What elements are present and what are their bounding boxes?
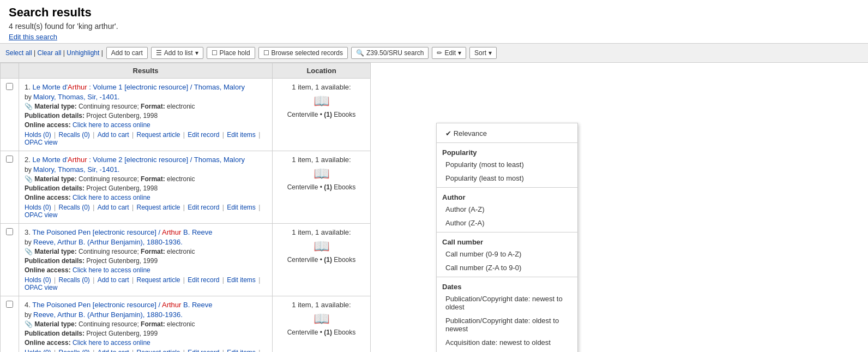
edit-items-link[interactable]: Edit items [227,204,256,211]
opac-view-link[interactable]: OPAC view [25,211,57,219]
author-link[interactable]: Reeve, Arthur B. (Arthur Benjamin), 1880… [33,311,183,319]
recalls-link[interactable]: Recalls (0) [58,276,89,284]
sort-callnum-header: Call number [437,235,577,247]
online-access-link[interactable]: Click here to access online [73,121,150,129]
place-hold-button[interactable]: ☐ Place hold [207,47,255,59]
add-to-cart-link[interactable]: Add to cart [98,131,129,139]
record-location-cell: 1 item, 1 available:📖Centerville • (1) E… [273,224,371,296]
z3950-button[interactable]: 🔍 Z39.50/SRU search [351,47,429,59]
table-row: 3. The Poisoned Pen [electronic resource… [1,224,371,296]
author-link[interactable]: Malory, Thomas, Sir, -1401. [33,93,119,101]
sort-callnum-z09[interactable]: Call number (Z-A to 9-0) [437,261,577,275]
online-access-link[interactable]: Click here to access online [73,339,150,347]
record-checkbox[interactable] [6,301,13,308]
record-details-cell: 4. The Poisoned Pen [electronic resource… [19,296,273,353]
action-separator: | [130,349,136,352]
record-publication: Publication details: Project Gutenberg, … [25,184,267,192]
opac-view-link[interactable]: OPAC view [25,284,57,291]
sort-popularity-least[interactable]: Popularity (least to most) [437,171,577,185]
author-link[interactable]: Malory, Thomas, Sir, -1401. [33,165,119,174]
opac-view-link[interactable]: OPAC view [25,139,57,146]
sort-acq-newest[interactable]: Acquisition date: newest to oldest [437,336,577,349]
main-area: Results Location 1. Le Morte d'Arthur : … [0,63,868,352]
browse-selected-button[interactable]: ☐ Browse selected records [258,47,348,59]
recalls-link[interactable]: Recalls (0) [58,131,89,139]
request-article-link[interactable]: Request article [136,349,180,352]
material-icon: 📎 [25,103,33,110]
select-all-link[interactable]: Select all [5,49,32,57]
holds-link[interactable]: Holds (0) [25,349,51,352]
record-title-link[interactable]: The Poisoned Pen [electronic resource] /… [32,228,212,236]
recalls-link[interactable]: Recalls (0) [58,349,89,352]
online-access-link[interactable]: Click here to access online [73,266,150,274]
record-number: 2. [25,156,32,164]
search-icon: 🔍 [356,49,364,57]
action-separator: | [220,204,226,211]
action-separator: | [130,276,136,284]
sort-dates-oldest[interactable]: Publication/Copyright date: oldest to ne… [437,314,577,336]
hold-icon: ☐ [212,49,218,57]
request-article-link[interactable]: Request article [136,131,180,139]
holds-link[interactable]: Holds (0) [25,131,51,139]
action-separator: | [91,276,97,284]
checkbox-header [1,63,19,79]
edit-items-link[interactable]: Edit items [227,276,256,284]
add-to-list-button[interactable]: ☰ Add to list ▾ [151,47,203,59]
edit-record-link[interactable]: Edit record [188,349,219,352]
author-label: by [25,238,33,246]
record-checkbox[interactable] [6,83,13,90]
record-online-access: Online access: Click here to access onli… [25,266,267,274]
add-to-cart-button[interactable]: Add to cart [106,47,148,59]
sort-popularity-header: Popularity [437,145,577,158]
request-article-link[interactable]: Request article [136,204,180,211]
clear-all-link[interactable]: Clear all [38,49,62,57]
action-separator: | [91,349,97,352]
sort-callnum-09[interactable]: Call number (0-9 to A-Z) [437,247,577,261]
edit-record-link[interactable]: Edit record [188,204,219,211]
request-article-link[interactable]: Request article [136,276,180,284]
sort-author-za[interactable]: Author (Z-A) [437,216,577,230]
sort-button[interactable]: Sort ▾ [469,47,497,59]
record-title-link[interactable]: Le Morte d'Arthur : Volume 2 [electronic… [32,156,245,164]
add-to-cart-link[interactable]: Add to cart [98,204,129,211]
material-icon: 📎 [25,175,33,183]
sort-acq-oldest[interactable]: Acquisition date: oldest to newest [437,349,577,352]
sort-dates-newest[interactable]: Publication/Copyright date: newest to ol… [437,292,577,314]
unhighlight-link[interactable]: Unhighlight [67,49,99,57]
edit-items-link[interactable]: Edit items [227,131,256,139]
edit-record-link[interactable]: Edit record [188,131,219,139]
holds-link[interactable]: Holds (0) [25,276,51,284]
action-separator: | [52,204,58,211]
record-title-link[interactable]: The Poisoned Pen [electronic resource] /… [32,301,212,309]
record-publication: Publication details: Project Gutenberg, … [25,112,267,120]
record-checkbox[interactable] [6,228,13,235]
action-separator: | [130,204,136,211]
record-material-type: 📎 Material type: Continuing resource; Fo… [25,320,267,328]
record-title-line: 3. The Poisoned Pen [electronic resource… [25,228,267,236]
edit-record-link[interactable]: Edit record [188,276,219,284]
edit-items-link[interactable]: Edit items [227,349,256,352]
add-to-cart-link[interactable]: Add to cart [98,276,129,284]
location-header: Location [273,63,371,79]
record-publication: Publication details: Project Gutenberg, … [25,330,267,337]
record-location-cell: 1 item, 1 available:📖Centerville • (1) E… [273,296,371,353]
add-to-cart-link[interactable]: Add to cart [98,349,129,352]
record-title-link[interactable]: Le Morte d'Arthur : Volume 1 [electronic… [32,83,245,91]
holds-link[interactable]: Holds (0) [25,204,51,211]
sort-popularity-most[interactable]: Popularity (most to least) [437,158,577,171]
record-number: 4. [25,301,32,309]
author-link[interactable]: Reeve, Arthur B. (Arthur Benjamin), 1880… [33,238,183,246]
sort-author-az[interactable]: Author (A-Z) [437,202,577,216]
edit-button[interactable]: ✏ Edit ▾ [432,47,466,59]
pencil-icon: ✏ [437,49,442,57]
recalls-link[interactable]: Recalls (0) [58,204,89,211]
edit-search-link[interactable]: Edit this search [9,33,57,41]
sort-relevance[interactable]: Relevance [437,127,577,140]
location-detail: Centerville • (1) Ebooks [278,256,365,264]
title-before: The Poisoned Pen [electronic resource] / [32,301,162,309]
record-checkbox[interactable] [6,156,13,163]
action-separator: | [52,131,58,139]
title-after: : Volume 2 [electronic resource] / Thoma… [87,156,245,164]
online-access-link[interactable]: Click here to access online [73,194,150,201]
results-table: Results Location 1. Le Morte d'Arthur : … [0,63,371,352]
